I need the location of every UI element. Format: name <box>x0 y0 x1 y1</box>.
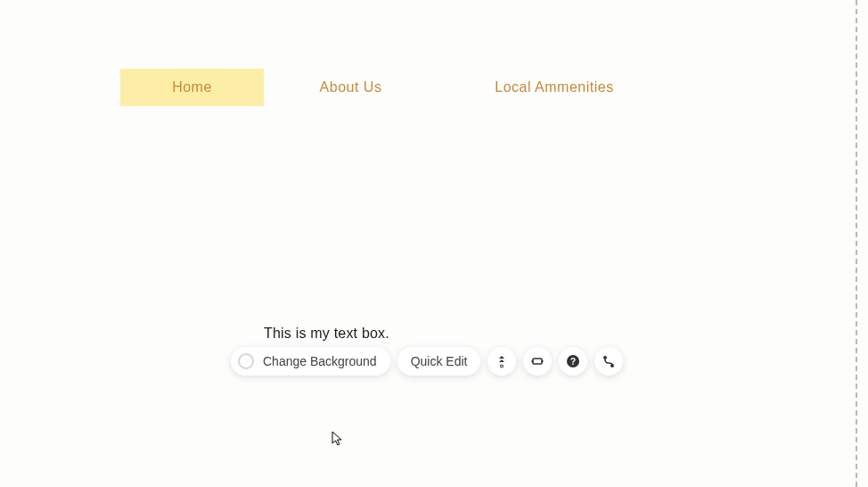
change-background-button[interactable]: Change Background <box>231 347 390 376</box>
mouse-cursor <box>332 431 344 447</box>
svg-rect-2 <box>533 359 542 364</box>
nav-label-home: Home <box>172 79 212 95</box>
svg-point-1 <box>501 366 503 367</box>
color-ring-icon <box>238 353 254 369</box>
svg-point-6 <box>610 364 614 367</box>
nav-item-home[interactable]: Home <box>120 69 264 106</box>
nav-label-local: Local Ammenities <box>495 79 613 95</box>
strip-toolbar: Change Background Quick Edit ? <box>231 347 623 376</box>
stretch-button[interactable] <box>523 347 552 376</box>
editor-canvas[interactable]: Home About Us Local Ammenities This is m… <box>0 0 857 487</box>
stretch-icon <box>530 354 545 368</box>
scroll-icon <box>495 354 509 368</box>
animation-button[interactable] <box>594 347 623 376</box>
scroll-effects-button[interactable] <box>487 347 516 376</box>
textbox-content[interactable]: This is my text box. <box>264 326 389 342</box>
nav-item-about[interactable]: About Us <box>264 69 438 106</box>
change-background-label: Change Background <box>263 354 377 368</box>
help-button[interactable]: ? <box>559 347 587 376</box>
nav-item-local[interactable]: Local Ammenities <box>438 69 671 106</box>
site-navigation: Home About Us Local Ammenities <box>120 69 671 106</box>
svg-text:?: ? <box>570 357 576 367</box>
animation-icon <box>602 354 616 368</box>
quick-edit-label: Quick Edit <box>411 354 468 368</box>
nav-label-about: About Us <box>320 79 382 95</box>
svg-point-5 <box>603 356 607 359</box>
help-icon: ? <box>566 354 580 368</box>
quick-edit-button[interactable]: Quick Edit <box>397 347 481 376</box>
